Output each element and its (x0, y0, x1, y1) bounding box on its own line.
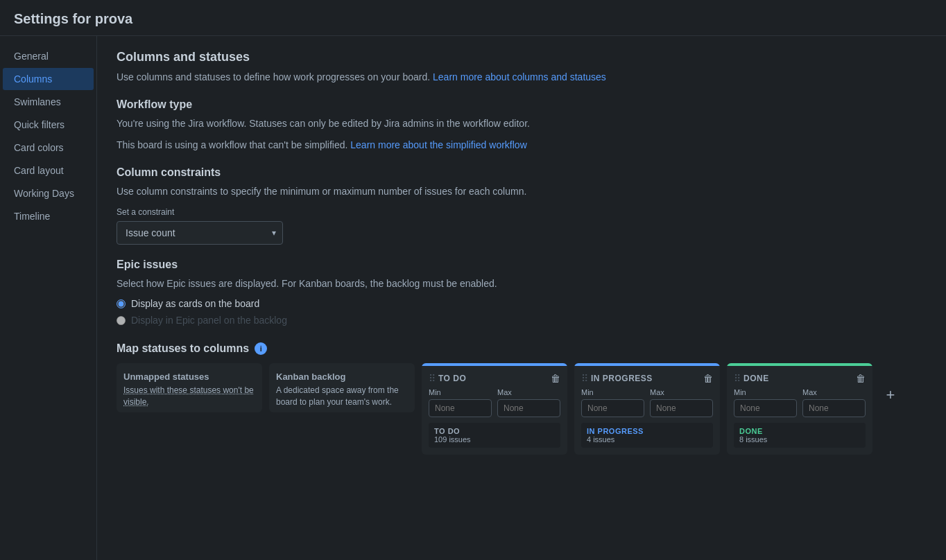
done-min-group: Min (734, 388, 797, 417)
column-inprogress: ⠿ IN PROGRESS 🗑 Min Max (574, 363, 720, 455)
column-unmapped: Unmapped statuses Issues with these stat… (117, 363, 262, 412)
done-max-group: Max (802, 388, 866, 417)
epic-desc: Select how Epic issues are displayed. Fo… (117, 277, 927, 291)
sidebar-item-swimlanes[interactable]: Swimlanes (3, 91, 94, 113)
kanban-backlog-header: Kanban backlog A dedicated space away fr… (269, 363, 415, 412)
todo-delete-icon[interactable]: 🗑 (551, 373, 560, 384)
info-icon[interactable]: i (255, 342, 267, 355)
add-column-button[interactable]: + (879, 384, 902, 406)
content-area: Columns and statuses Use columns and sta… (97, 36, 946, 560)
section-desc-columns: Use columns and statuses to define how w… (117, 70, 927, 85)
main-layout: General Columns Swimlanes Quick filters … (0, 36, 946, 560)
inprogress-status-count: 4 issues (587, 435, 707, 444)
sidebar-item-general[interactable]: General (3, 45, 94, 67)
inprogress-min-input[interactable] (581, 399, 644, 417)
epic-title: Epic issues (117, 259, 927, 271)
epic-radio-group: Display as cards on the board Display in… (117, 298, 927, 326)
sidebar-item-working-days[interactable]: Working Days (3, 182, 94, 204)
todo-status-chip: TO DO 109 issues (429, 423, 560, 448)
done-status-count: 8 issues (739, 435, 860, 444)
constraint-select-wrapper[interactable]: Issue count Issue count including sub-ta… (117, 221, 283, 245)
epic-radio-item-panel[interactable]: Display in Epic panel on the backlog (117, 315, 927, 326)
column-constraints-title: Column constraints (117, 166, 927, 179)
inprogress-max-group: Max (650, 388, 713, 417)
done-max-label: Max (802, 388, 866, 396)
todo-title: TO DO (438, 374, 551, 383)
inprogress-max-label: Max (650, 388, 713, 396)
epic-radio-label-cards: Display as cards on the board (131, 298, 259, 309)
todo-min-label: Min (429, 388, 492, 396)
done-status-name: DONE (739, 427, 860, 435)
done-delete-icon[interactable]: 🗑 (856, 373, 866, 384)
sidebar-item-columns[interactable]: Columns (3, 68, 94, 90)
inprogress-drag-icon[interactable]: ⠿ (581, 373, 588, 384)
done-drag-icon[interactable]: ⠿ (734, 373, 741, 384)
inprogress-status-chip: IN PROGRESS 4 issues (581, 423, 713, 448)
todo-max-group: Max (497, 388, 560, 417)
todo-header: ⠿ TO DO 🗑 (422, 366, 567, 388)
constraint-section: Set a constraint Issue count Issue count… (117, 207, 927, 245)
learn-more-simplified-link[interactable]: Learn more about the simplified workflow (350, 139, 526, 150)
epic-section: Epic issues Select how Epic issues are d… (117, 259, 927, 326)
constraint-select[interactable]: Issue count Issue count including sub-ta… (117, 221, 283, 245)
todo-drag-icon[interactable]: ⠿ (429, 373, 436, 384)
inprogress-min-label: Min (581, 388, 644, 396)
todo-status-name: TO DO (434, 427, 555, 435)
epic-radio-label-panel: Display in Epic panel on the backlog (131, 315, 287, 326)
todo-min-max-row: Min Max (429, 388, 560, 417)
unmapped-header: Unmapped statuses Issues with these stat… (117, 363, 262, 412)
constraints-desc: Use column constraints to specify the mi… (117, 184, 927, 199)
todo-body: Min Max TO DO 109 issues (422, 388, 567, 455)
done-max-input[interactable] (802, 399, 866, 417)
learn-more-columns-link[interactable]: Learn more about columns and statuses (433, 71, 606, 82)
map-statuses-header: Map statuses to columns i (117, 342, 927, 355)
page-header: Settings for prova (0, 0, 946, 36)
workflow-desc2: This board is using a workflow that can'… (117, 138, 927, 152)
workflow-type-title: Workflow type (117, 98, 927, 111)
workflow-desc1: You're using the Jira workflow. Statuses… (117, 116, 927, 131)
inprogress-title: IN PROGRESS (591, 374, 703, 383)
todo-max-input[interactable] (497, 399, 560, 417)
section-title-columns: Columns and statuses (117, 50, 927, 64)
epic-radio-item-cards[interactable]: Display as cards on the board (117, 298, 927, 309)
epic-radio-panel[interactable] (117, 316, 126, 325)
sidebar: General Columns Swimlanes Quick filters … (0, 36, 97, 560)
unmapped-title: Unmapped statuses (123, 371, 255, 382)
column-todo: ⠿ TO DO 🗑 Min Max (422, 363, 567, 455)
column-kanban-backlog: Kanban backlog A dedicated space away fr… (269, 363, 415, 412)
column-done: ⠿ DONE 🗑 Min Max (727, 363, 872, 455)
map-statuses-title: Map statuses to columns (117, 342, 249, 355)
unmapped-desc: Issues with these statuses won't be visi… (123, 385, 255, 408)
inprogress-header: ⠿ IN PROGRESS 🗑 (574, 366, 720, 388)
inprogress-min-group: Min (581, 388, 644, 417)
done-min-label: Min (734, 388, 797, 396)
done-status-chip: DONE 8 issues (734, 423, 866, 448)
sidebar-item-timeline[interactable]: Timeline (3, 205, 94, 227)
inprogress-max-input[interactable] (650, 399, 713, 417)
todo-min-input[interactable] (429, 399, 492, 417)
done-min-input[interactable] (734, 399, 797, 417)
sidebar-item-quick-filters[interactable]: Quick filters (3, 114, 94, 136)
done-min-max-row: Min Max (734, 388, 866, 417)
sidebar-item-card-colors[interactable]: Card colors (3, 137, 94, 159)
todo-status-count: 109 issues (434, 435, 555, 444)
done-title: DONE (743, 374, 856, 383)
inprogress-body: Min Max IN PROGRESS 4 issues (574, 388, 720, 455)
page-title: Settings for prova (14, 11, 932, 27)
epic-radio-cards[interactable] (117, 299, 126, 308)
kanban-backlog-desc: A dedicated space away from the board to… (276, 385, 408, 408)
sidebar-item-card-layout[interactable]: Card layout (3, 159, 94, 182)
columns-board: Unmapped statuses Issues with these stat… (117, 363, 927, 460)
inprogress-min-max-row: Min Max (581, 388, 713, 417)
todo-max-label: Max (497, 388, 560, 396)
inprogress-delete-icon[interactable]: 🗑 (703, 373, 713, 384)
kanban-backlog-title: Kanban backlog (276, 371, 408, 382)
constraint-label: Set a constraint (117, 207, 927, 217)
done-header: ⠿ DONE 🗑 (727, 366, 872, 388)
todo-min-group: Min (429, 388, 492, 417)
done-body: Min Max DONE 8 issues (727, 388, 872, 455)
inprogress-status-name: IN PROGRESS (587, 427, 707, 435)
